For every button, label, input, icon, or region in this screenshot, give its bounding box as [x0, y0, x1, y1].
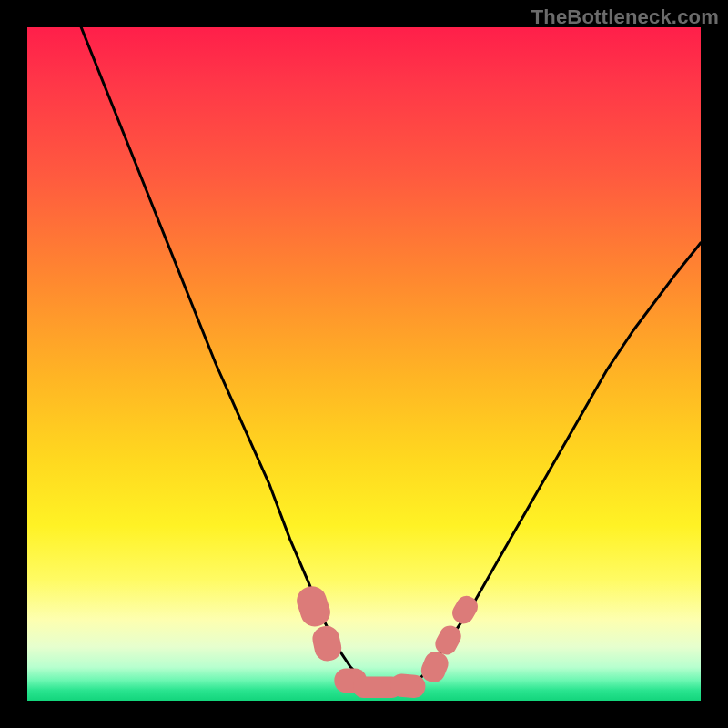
watermark-text: TheBottleneck.com — [531, 5, 719, 29]
chart-background-gradient — [27, 27, 701, 701]
chart-frame — [27, 27, 701, 701]
